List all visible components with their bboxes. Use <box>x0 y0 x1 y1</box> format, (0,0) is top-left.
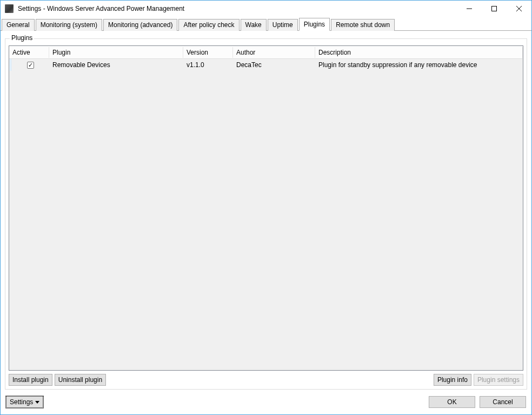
plugin-info-button[interactable]: Plugin info <box>434 374 471 386</box>
tab-uptime[interactable]: Uptime <box>268 19 298 31</box>
window-title: Settings - Windows Server Advanced Power… <box>18 5 457 12</box>
minimize-button[interactable] <box>457 1 482 17</box>
col-description[interactable]: Description <box>315 47 523 58</box>
active-checkbox[interactable] <box>27 62 34 69</box>
cell-plugin: Removable Devices <box>49 61 183 69</box>
tab-monitoring-advanced[interactable]: Monitoring (advanced) <box>103 19 177 31</box>
plugins-grid: Active Plugin Version Author Description <box>9 45 523 371</box>
cell-description: Plugin for standby suppression if any re… <box>315 61 523 69</box>
app-icon <box>5 4 14 13</box>
tab-after-policy-check[interactable]: After policy check <box>178 19 239 31</box>
tab-remote-shut-down[interactable]: Remote shut down <box>331 19 395 31</box>
install-plugin-button[interactable]: Install plugin <box>9 374 52 386</box>
tab-panel: Plugins Active Plugin Version Author Des… <box>1 31 531 393</box>
grid-body: Removable Devices v1.1.0 DecaTec Plugin … <box>9 59 523 370</box>
col-plugin[interactable]: Plugin <box>49 47 183 58</box>
window-buttons <box>457 1 531 17</box>
settings-window: Settings - Windows Server Advanced Power… <box>0 0 532 415</box>
tab-general[interactable]: General <box>2 19 35 31</box>
settings-menu-label: Settings <box>10 398 33 406</box>
tab-monitoring-system[interactable]: Monitoring (system) <box>36 19 102 31</box>
ok-button[interactable]: OK <box>429 396 475 408</box>
close-button[interactable] <box>507 1 531 17</box>
settings-menu-button[interactable]: Settings <box>6 396 43 408</box>
tab-plugins[interactable]: Plugins <box>299 18 330 31</box>
uninstall-plugin-button[interactable]: Uninstall plugin <box>55 374 106 386</box>
cancel-button[interactable]: Cancel <box>480 396 526 408</box>
maximize-button[interactable] <box>482 1 507 17</box>
tab-wake[interactable]: Wake <box>241 19 267 31</box>
grid-header: Active Plugin Version Author Description <box>9 46 523 59</box>
dialog-footer: Settings OK Cancel <box>1 393 531 414</box>
caret-down-icon <box>35 401 39 404</box>
plugin-buttons: Install plugin Uninstall plugin Plugin i… <box>9 374 523 386</box>
titlebar: Settings - Windows Server Advanced Power… <box>1 1 531 17</box>
tabstrip: General Monitoring (system) Monitoring (… <box>1 17 531 31</box>
cell-version: v1.1.0 <box>183 61 233 69</box>
cell-author: DecaTec <box>233 61 315 69</box>
table-row[interactable]: Removable Devices v1.1.0 DecaTec Plugin … <box>9 59 523 71</box>
client-area: General Monitoring (system) Monitoring (… <box>1 17 531 414</box>
plugins-group: Plugins Active Plugin Version Author Des… <box>5 38 527 390</box>
col-version[interactable]: Version <box>183 47 233 58</box>
col-author[interactable]: Author <box>233 47 315 58</box>
svg-rect-1 <box>492 6 497 11</box>
plugin-settings-button: Plugin settings <box>474 374 523 386</box>
group-label: Plugins <box>10 34 34 42</box>
cell-active[interactable] <box>11 62 49 69</box>
col-active[interactable]: Active <box>9 47 49 58</box>
